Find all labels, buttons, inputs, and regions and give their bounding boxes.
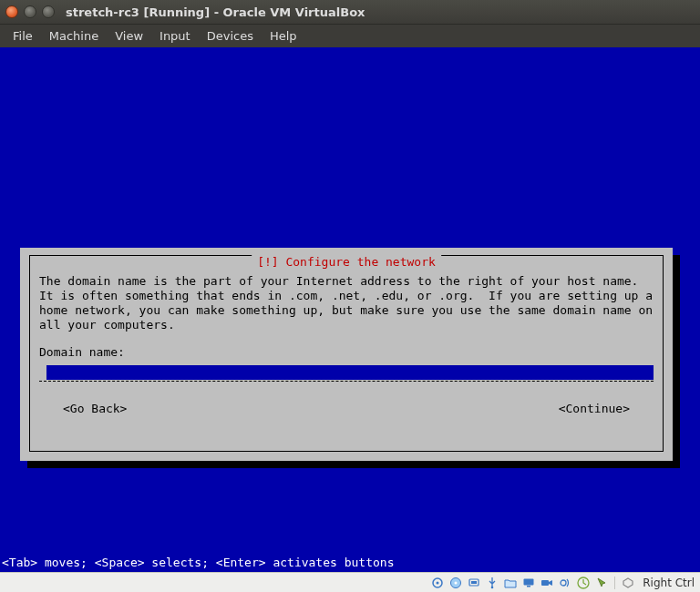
usb-icon[interactable] (485, 576, 499, 590)
shared-folder-icon[interactable] (503, 576, 518, 590)
svg-rect-8 (527, 586, 530, 587)
host-key-icon (621, 576, 635, 590)
go-back-button[interactable]: <Go Back> (63, 402, 127, 416)
cd-icon[interactable] (448, 576, 463, 590)
menu-input[interactable]: Input (160, 29, 190, 43)
keyboard-icon[interactable] (576, 576, 591, 590)
domain-name-input[interactable] (39, 365, 654, 380)
display-icon[interactable] (521, 576, 536, 590)
app-window: stretch-rc3 [Running] - Oracle VM Virtua… (0, 0, 700, 592)
svg-rect-9 (541, 580, 549, 586)
svg-point-1 (437, 581, 439, 584)
hd-icon[interactable] (430, 576, 445, 590)
maximize-icon[interactable] (42, 5, 55, 18)
audio-icon[interactable] (558, 576, 572, 590)
menu-file[interactable]: File (13, 29, 33, 43)
host-key-label: Right Ctrl (643, 577, 695, 589)
continue-button[interactable]: <Continue> (559, 402, 630, 416)
close-icon[interactable] (5, 5, 18, 18)
svg-point-3 (455, 581, 458, 584)
dialog-button-row: <Go Back> <Continue> (39, 402, 654, 416)
statusbar: Right Ctrl (0, 572, 700, 592)
svg-rect-7 (524, 578, 534, 585)
svg-point-10 (561, 580, 566, 586)
dialog-title: [!] Configure the network (252, 255, 441, 270)
dialog-frame: [!] Configure the network The domain nam… (29, 255, 664, 452)
window-title: stretch-rc3 [Running] - Oracle VM Virtua… (66, 5, 365, 19)
menu-view[interactable]: View (115, 29, 143, 43)
svg-point-6 (491, 586, 494, 588)
domain-name-label: Domain name: (39, 345, 654, 360)
keyboard-hints: <Tab> moves; <Space> selects; <Enter> ac… (2, 556, 394, 570)
video-capture-icon[interactable] (540, 576, 554, 590)
vm-screen[interactable]: [!] Configure the network The domain nam… (0, 47, 700, 572)
dialog-body: The domain name is the part of your Inte… (39, 274, 654, 442)
net-icon[interactable] (467, 576, 481, 590)
mouse-icon[interactable] (594, 576, 609, 590)
menubar: File Machine View Input Devices Help (0, 24, 700, 47)
titlebar[interactable]: stretch-rc3 [Running] - Oracle VM Virtua… (0, 0, 700, 24)
svg-rect-5 (471, 581, 477, 584)
statusbar-separator (614, 577, 615, 589)
installer-dialog: [!] Configure the network The domain nam… (20, 248, 673, 461)
dialog-description: The domain name is the part of your Inte… (39, 274, 654, 332)
text-cursor-icon (39, 365, 46, 380)
menu-help[interactable]: Help (270, 29, 297, 43)
menu-machine[interactable]: Machine (49, 29, 98, 43)
minimize-icon[interactable] (24, 5, 36, 18)
menu-devices[interactable]: Devices (207, 29, 253, 43)
input-underline (39, 381, 654, 382)
